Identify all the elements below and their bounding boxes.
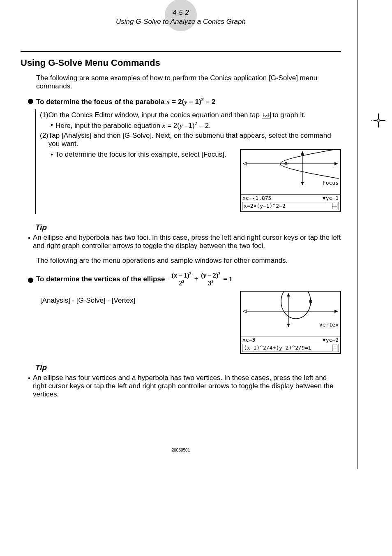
calc2-xc: xc=3 [242,337,255,343]
step1-row: (1) On the Conics Editor window, input t… [40,111,341,119]
tip-bullet: • [28,234,30,242]
calc2-label-text: Vertex [319,322,339,328]
step2-sub-text: To determine the focus for this example,… [55,151,226,159]
task2-menu-path: [Analysis] - [G-Solve] - [Vertex] [40,297,240,305]
step2-text: Tap [Analysis] and then [G-Solve]. Next,… [48,132,341,148]
calc2-expr-row: (x-1)^2/4+(y-2)^2/9=1 [242,344,339,352]
graph-icon [262,112,271,118]
task2-plus: + [194,275,198,283]
calc2-yc-wrap: ▼yc=2 [323,337,339,343]
tip1-heading: Tip [35,223,341,232]
svg-marker-24 [287,324,290,327]
calc1-xc: xc=-1.875 [242,195,271,201]
task1-eq-c: – 2 [204,98,215,106]
svg-marker-14 [301,151,304,155]
sub-bullet: • [51,121,53,129]
crop-mark-icon [371,114,385,129]
step1-body: On the Conics Editor window, input the c… [48,111,341,119]
task2-tail: = 1 [223,275,232,283]
bullet-icon [28,278,33,283]
calc1-label-text: Focus [323,180,339,186]
calc2-expr: (x-1)^2/4+(y-2)^2/9=1 [244,345,311,351]
task1-eq-y: y [184,98,187,106]
spinner-icon [332,345,337,351]
task2-lead: To determine the vertices of the ellipse [36,275,165,283]
step1-num: (1) [40,111,48,119]
tip1-body-row: • An ellipse and hyperbola has two foci.… [28,234,341,250]
svg-marker-15 [301,182,304,185]
svg-marker-20 [334,310,338,313]
calc2-status: xc=3 ▼yc=2 [241,336,340,343]
calc1-plot: Focus [241,150,340,194]
tip-bullet: • [28,374,30,382]
task2-text: To determine the vertices of the ellipse… [36,271,233,287]
step1-sub-body: Here, input the parabolic equation x = 2… [55,121,211,130]
calc2-plot: Vertex [241,292,340,336]
step1-sub-t: –1) [182,122,194,130]
page-header: 4-5-2 Using G-Solve to Analyze a Conics … [21,8,341,26]
frac2-den: 32 [200,279,221,287]
step1-sub-end: – 2. [197,122,211,130]
calc1-yc-wrap: ▼yc=1 [323,195,339,201]
task1-lead: To determine the focus of the parabola [36,98,166,106]
task1-eq-b: – 1) [187,98,201,106]
step1-tail: to graph it. [271,111,306,119]
step2-num: (2) [40,132,48,140]
step2-sub: • To determine the focus for this exampl… [51,151,240,159]
page: 4-5-2 Using G-Solve to Analyze a Conics … [4,0,357,469]
header-title: Using G-Solve to Analyze a Conics Graph [21,17,341,26]
frac1-num: (x – 1)2 [171,271,193,280]
calc1-status: xc=-1.875 ▼yc=1 [241,194,340,202]
task2-frac1: (x – 1)2 22 [171,271,193,287]
step1-text: On the Conics Editor window, input the c… [48,111,262,119]
mid-paragraph: The following are the menu operations an… [36,257,341,265]
tip2-body: An ellipse has four vertices and a hyper… [33,374,341,398]
task1-steps: (1) On the Conics Editor window, input t… [35,109,341,214]
task1-text: To determine the focus of the parabola x… [36,97,215,106]
task1-heading: To determine the focus of the parabola x… [28,97,341,106]
svg-marker-12 [243,162,247,165]
task2-heading: To determine the vertices of the ellipse… [28,271,341,287]
tip1-body: An ellipse and hyperbola has two foci. I… [33,234,341,250]
task2-frac2: (y – 2)2 32 [200,271,221,287]
bullet-icon [28,99,33,104]
tip2-body-row: • An ellipse has four vertices and a hyp… [28,374,341,398]
svg-marker-21 [243,310,247,313]
step1-sub-a: Here, input the parabolic equation [55,122,162,130]
step2-row: (2) Tap [Analysis] and then [G-Solve]. N… [40,132,341,148]
calc1-expr: x=2×(y–1)^2–2 [244,203,286,209]
footer-code: 20050501 [21,448,341,452]
calc2-yc: yc=2 [326,337,339,343]
tip2-heading: Tip [35,363,341,372]
header-page-number: 4-5-2 [21,8,341,17]
intro-paragraph: The following are some examples of how t… [36,74,341,90]
sub-bullet: • [51,151,53,159]
step1-sub-m: = 2( [165,122,180,130]
task1-eq-a: = 2( [170,98,184,106]
svg-point-25 [281,292,311,319]
section-heading: Using G-Solve Menu Commands [21,58,341,68]
spinner-icon [332,203,337,209]
frac2-num: (y – 2)2 [200,271,221,280]
svg-point-5 [377,119,380,122]
svg-marker-11 [334,162,338,165]
calc1-yc: yc=1 [326,195,339,201]
frac1-den: 22 [171,279,193,287]
right-margin-rule [357,0,357,469]
svg-marker-23 [287,293,290,297]
section-rule [21,51,341,52]
task1-eq-x: x [166,98,170,106]
calc-screenshot-vertex: Vertex xc=3 ▼yc=2 (x-1)^2/4+(y-2)^2/9=1 [240,291,341,354]
calc1-expr-row: x=2×(y–1)^2–2 [242,202,339,210]
step1-sub: • Here, input the parabolic equation x =… [51,121,341,130]
calc-screenshot-focus: Focus xc=-1.875 ▼yc=1 x=2×(y–1)^2–2 [240,149,341,212]
